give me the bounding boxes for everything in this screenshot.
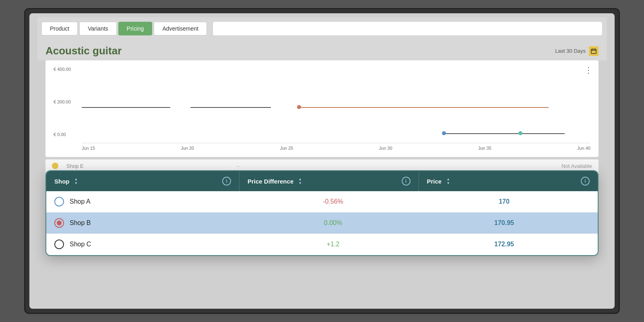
bg-price-e: Not Available [361, 163, 592, 169]
shop-b-name: Shop B [70, 219, 91, 227]
radio-shop-b[interactable] [54, 218, 64, 228]
popup-row-shop-b[interactable]: Shop B 0.00% 170.95 [46, 213, 598, 234]
bg-dot-e [52, 163, 58, 169]
chart-line-1 [82, 107, 170, 108]
svg-rect-0 [591, 49, 596, 54]
y-label-0: € 0.00 [54, 132, 71, 137]
chart-dot-teal [518, 131, 522, 135]
bg-shop-e: Shop E [66, 163, 115, 169]
chart-area: ⋮ € 400.00 € 200.00 € 0.00 [45, 60, 599, 157]
shop-c-name: Shop C [70, 241, 91, 248]
chart-inner [82, 67, 590, 143]
chart-line-2 [190, 107, 271, 108]
chart-line-4 [444, 133, 565, 134]
calendar-icon[interactable] [589, 46, 599, 56]
chart-y-labels: € 400.00 € 200.00 € 0.00 [54, 67, 71, 137]
sort-diff-icon[interactable]: ▲ ▼ [298, 178, 302, 185]
chart-line-3 [299, 107, 549, 108]
popup-col2-label: Price Difference [248, 178, 293, 185]
popup-row-shop-c[interactable]: Shop C +1.2 172.95 [46, 234, 598, 255]
bg-diff-e: -- [123, 163, 353, 169]
popup-card: Shop ▲ ▼ i Price Difference ▲ ▼ i [45, 170, 599, 256]
popup-diff-b: 0.00% [248, 219, 419, 227]
tabs-bar: Product Variants Pricing Advertisement [37, 17, 607, 40]
popup-header-shop: Shop ▲ ▼ i [46, 171, 239, 191]
search-input[interactable] [213, 21, 603, 36]
info-diff-icon[interactable]: i [402, 177, 411, 186]
bg-page: Product Variants Pricing Advertisement A… [29, 13, 615, 309]
info-price-icon[interactable]: i [581, 177, 590, 186]
chart-dot-blue1 [442, 131, 446, 135]
popup-row-shop-a[interactable]: Shop A -0.56% 170 [46, 191, 598, 213]
popup-shop-c-cell: Shop C [54, 239, 248, 249]
x-label-jun15: Jun 15 [82, 146, 95, 151]
popup-price-c: 172.95 [419, 241, 590, 248]
chart-x-labels: Jun 15 Jun 20 Jun 25 Jun 30 Jun 35 Jun 4… [82, 143, 590, 151]
popup-col1-label: Shop [54, 178, 70, 185]
x-label-jun30: Jun 30 [379, 146, 392, 151]
popup-header-price: Price ▲ ▼ i [419, 171, 598, 191]
date-range-label: Last 30 Days [555, 48, 586, 54]
popup-header-diff: Price Difference ▲ ▼ i [239, 171, 419, 191]
popup-price-a: 170 [419, 198, 590, 205]
popup-shop-a-cell: Shop A [54, 197, 248, 206]
popup-diff-a: -0.56% [248, 198, 419, 205]
popup-shop-b-cell: Shop B [54, 218, 248, 228]
popup-col3-label: Price [427, 178, 442, 185]
x-label-jun35: Jun 35 [478, 146, 491, 151]
popup-header: Shop ▲ ▼ i Price Difference ▲ ▼ i [46, 171, 598, 191]
shop-a-name: Shop A [70, 198, 91, 205]
radio-shop-c[interactable] [54, 239, 64, 249]
sort-shop-icon[interactable]: ▲ ▼ [74, 178, 78, 185]
x-label-jun20: Jun 20 [181, 146, 194, 151]
tab-variants[interactable]: Variants [79, 22, 116, 35]
tab-advertisement[interactable]: Advertisement [154, 22, 206, 35]
product-title-area: Acoustic guitar Last 30 Days [37, 40, 607, 60]
tab-pricing[interactable]: Pricing [118, 22, 153, 35]
chart-dot-red [297, 105, 301, 109]
radio-shop-a[interactable] [54, 197, 64, 206]
x-label-jun40: Jun 40 [577, 146, 590, 151]
popup-diff-c: +1.2 [248, 241, 419, 248]
y-label-400: € 400.00 [54, 67, 71, 72]
info-shop-icon[interactable]: i [222, 177, 231, 186]
y-label-200: € 200.00 [54, 99, 71, 104]
x-label-jun25: Jun 25 [280, 146, 293, 151]
date-range-area: Last 30 Days [555, 46, 599, 56]
outer-frame: Product Variants Pricing Advertisement A… [24, 8, 620, 314]
product-title: Acoustic guitar [45, 45, 122, 57]
sort-price-icon[interactable]: ▲ ▼ [446, 178, 450, 185]
popup-price-b: 170.95 [419, 219, 590, 227]
content-wrapper: Product Variants Pricing Advertisement A… [29, 13, 615, 309]
tab-product[interactable]: Product [41, 22, 78, 35]
